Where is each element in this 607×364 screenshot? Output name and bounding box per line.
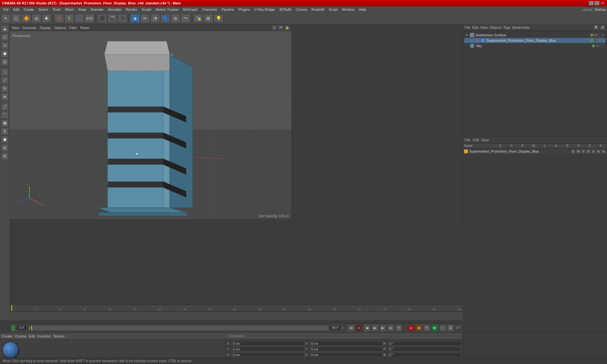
viewport-tab-display[interactable]: Display — [40, 26, 51, 30]
menu-item-motion tracker[interactable]: Motion Tracker — [154, 7, 181, 12]
tool-object[interactable]: ◈ — [1, 25, 9, 33]
menu-item-corona[interactable]: Corona — [294, 7, 309, 12]
menu-item-mograph[interactable]: MoGraph — [181, 7, 199, 12]
traffic-green[interactable] — [590, 33, 593, 37]
end-frame-input[interactable] — [330, 325, 341, 331]
attr-flag-dot[interactable]: ● — [596, 149, 601, 154]
om-tab-bookmarks[interactable]: Bookmarks — [512, 26, 530, 29]
last-frame-button[interactable]: ↺ — [395, 325, 402, 331]
menu-item-window[interactable]: Window — [340, 7, 356, 12]
tool-render-region[interactable]: ⬛ — [97, 14, 107, 23]
tool-render-all[interactable]: 🎥 — [118, 14, 127, 23]
attr-tab-view[interactable]: View — [481, 138, 489, 142]
tool-smooth[interactable]: ◔ — [150, 14, 160, 23]
tool-light[interactable]: 💡 — [214, 14, 223, 23]
tool-paint[interactable]: ✏ — [140, 14, 150, 23]
prev-frame-button[interactable]: ◀ — [364, 325, 371, 331]
menu-item-file[interactable]: File — [1, 7, 11, 12]
keyframe-button[interactable]: ◆ — [415, 325, 422, 331]
coord-sz-input[interactable] — [310, 352, 383, 357]
attr-tab-edit[interactable]: Edit — [473, 138, 479, 142]
menu-item-simulate[interactable]: Simulate — [106, 7, 123, 12]
tool-z[interactable]: Z — [75, 14, 84, 23]
tool-extra[interactable]: ⊚ — [1, 152, 9, 160]
stop-button[interactable]: ■ — [408, 325, 414, 331]
coord-h-input[interactable] — [389, 341, 461, 346]
menu-item-script[interactable]: Script — [327, 7, 340, 12]
tool-mode3[interactable]: ◎ — [32, 14, 41, 23]
object-supermarket[interactable]: ▸ Supermarket_Promotion_Floor_Display_Bl… — [464, 38, 606, 43]
tool-point[interactable]: ⊡ — [1, 58, 9, 66]
mat-tab-function[interactable]: Function — [37, 334, 51, 338]
attr-flag-tri[interactable]: ▷ — [591, 149, 596, 154]
mat-tab-corona[interactable]: Corona — [15, 334, 26, 338]
viewport-camera[interactable]: 📷 — [278, 25, 283, 30]
attr-row[interactable]: Supermarket_Promotion_Floor_Display_Blue… — [463, 149, 607, 154]
viewport-tab-view[interactable]: View — [12, 26, 19, 30]
obj-red2[interactable] — [594, 39, 597, 42]
tool-move[interactable]: ⊞ — [204, 14, 213, 23]
coord-sx-input[interactable] — [310, 341, 383, 346]
menu-item-help[interactable]: Help — [357, 7, 368, 12]
menu-item-character[interactable]: Character — [200, 7, 219, 12]
loop-button[interactable]: ↻ — [423, 325, 430, 331]
menu-item-redshift[interactable]: Redshift — [310, 7, 326, 12]
next-frame-button[interactable]: ⏭ — [387, 325, 394, 331]
coord-z-input[interactable] — [232, 352, 305, 357]
tool-y[interactable]: Y — [64, 14, 74, 23]
list-button[interactable]: ☰ — [447, 325, 454, 331]
om-tab-view[interactable]: View — [480, 26, 488, 29]
tool-scale[interactable]: ⤢ — [1, 76, 9, 84]
tool-polygon[interactable]: ≡ — [1, 42, 9, 49]
menu-item-plugins[interactable]: Plugins — [236, 7, 252, 12]
viewport-expand[interactable]: ⤢ — [272, 25, 277, 30]
attr-flag-h[interactable]: H — [601, 149, 606, 154]
play-fwd-button[interactable]: ▶ — [379, 325, 386, 331]
viewport-tab-cameras[interactable]: Cameras — [22, 26, 37, 30]
viewport-canvas[interactable]: Perspective — [10, 31, 291, 219]
coord-p-input[interactable] — [389, 347, 461, 352]
tool-material2[interactable]: ⬢ — [1, 136, 9, 143]
tool-mode2[interactable]: 🔶 — [21, 14, 31, 23]
motion-button[interactable]: 〰 — [439, 325, 446, 331]
tool-add[interactable]: ✚ — [42, 14, 51, 23]
menu-item-render[interactable]: Render — [124, 7, 139, 12]
tool-layer[interactable]: S — [1, 128, 9, 135]
attr-tab-file[interactable]: File — [465, 138, 470, 142]
traffic-red[interactable] — [594, 33, 597, 37]
maximize-button[interactable]: □ — [594, 1, 599, 5]
mat-tab-edit[interactable]: Edit — [29, 334, 35, 338]
tool-transform[interactable]: ⊕ — [1, 93, 9, 100]
obj-green2[interactable] — [590, 39, 593, 42]
om-tab-tags[interactable]: Tags — [503, 26, 511, 29]
minimize-button[interactable]: ─ — [589, 1, 594, 5]
menu-item-snap[interactable]: Snap — [76, 7, 88, 12]
tool-line[interactable]: ╱ — [1, 103, 9, 111]
tool-3d-view[interactable]: ◈ — [130, 14, 140, 23]
record-button[interactable]: ● — [356, 325, 363, 331]
viewport-lock[interactable]: 🔒 — [285, 25, 290, 30]
coord-x-input[interactable] — [232, 341, 305, 346]
first-frame-button[interactable]: ⏮ — [348, 325, 355, 331]
play-button[interactable]: ▶ — [371, 325, 378, 331]
tool-arrange[interactable]: ⊛ — [1, 144, 9, 152]
coord-sy-input[interactable] — [310, 347, 383, 352]
obj-red3[interactable] — [596, 44, 599, 47]
layout-name[interactable]: Startup — [595, 8, 606, 11]
tool-edge[interactable]: ⬟ — [1, 50, 9, 58]
tool-spline[interactable]: 〜 — [181, 14, 190, 23]
menu-item-sculpt[interactable]: Sculpt — [140, 7, 153, 12]
tool-xyz[interactable]: XYZ — [85, 14, 94, 23]
mat-tab-create[interactable]: Create — [2, 334, 12, 338]
viewport-tab-filter[interactable]: Filter — [69, 26, 77, 30]
menu-item-3dtoall[interactable]: 3DToAll — [277, 7, 293, 12]
menu-item-pipeline[interactable]: Pipeline — [220, 7, 236, 12]
tool-arc[interactable]: ⌒ — [1, 111, 9, 119]
tool-x[interactable]: X — [54, 14, 64, 23]
menu-item-tools[interactable]: Tools — [51, 7, 63, 12]
menu-item-select[interactable]: Select — [37, 7, 50, 12]
menu-item-mesh[interactable]: Mesh — [63, 7, 76, 12]
menu-item-v-ray bridge[interactable]: V-Ray Bridge — [253, 7, 277, 12]
tool-texture[interactable]: ⬡ — [1, 33, 9, 41]
coord-y-input[interactable] — [232, 347, 305, 352]
